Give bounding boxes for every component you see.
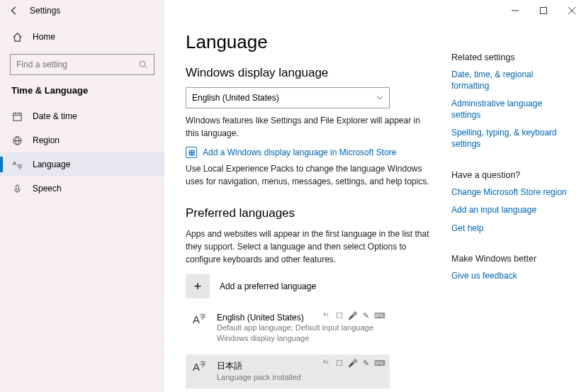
display-icon: ☐ — [334, 359, 344, 368]
calendar-icon — [11, 111, 23, 122]
link-get-help[interactable]: Get help — [451, 223, 573, 235]
lep-desc: Use Local Experience Packs to change the… — [186, 162, 430, 188]
window-controls — [501, 0, 586, 21]
window-title: Settings — [30, 6, 60, 16]
language-icon: A字 — [11, 159, 23, 170]
tts-icon: ᴬ⁾ — [321, 311, 330, 320]
language-glyph-icon: A字 — [193, 360, 210, 372]
keyboard-icon: ⌨ — [375, 311, 384, 320]
sidebar-item-region[interactable]: Region — [0, 128, 164, 152]
sidebar-item-label: Region — [33, 135, 60, 145]
keyboard-icon: ⌨ — [375, 359, 384, 368]
link-date-time-formatting[interactable]: Date, time, & regional formatting — [451, 69, 573, 91]
link-admin-language[interactable]: Administrative language settings — [451, 99, 573, 121]
globe-icon — [11, 135, 23, 146]
store-icon: ⊞ — [186, 147, 197, 158]
sidebar-item-label: Date & time — [33, 111, 77, 121]
close-button[interactable] — [558, 0, 586, 21]
svg-line-3 — [145, 66, 147, 68]
language-sub2: Windows display language — [217, 333, 373, 344]
home-nav[interactable]: Home — [0, 27, 164, 47]
svg-rect-13 — [16, 184, 18, 189]
search-input-container[interactable] — [10, 54, 154, 75]
link-store-region[interactable]: Change Microsoft Store region — [451, 187, 573, 198]
sidebar-item-date-time[interactable]: Date & time — [0, 104, 164, 128]
language-feature-icons: ᴬ⁾ ☐ 🎤 ✎ ⌨ — [321, 359, 384, 368]
sidebar: Home Time & Language Date & time Region … — [0, 21, 164, 392]
add-language-row[interactable]: + Add a preferred language — [186, 274, 430, 298]
language-item-english[interactable]: ᴬ⁾ ☐ 🎤 ✎ ⌨ A字 English (United States) De… — [186, 307, 390, 350]
language-name: 日本語 — [217, 360, 301, 372]
home-label: Home — [33, 32, 55, 42]
sidebar-item-label: Language — [33, 159, 70, 169]
preferred-languages-heading: Preferred languages — [186, 206, 430, 220]
speech-icon: 🎤 — [348, 311, 357, 320]
language-item-japanese[interactable]: ᴬ⁾ ☐ 🎤 ✎ ⌨ A字 日本語 Language pack installe… — [186, 354, 390, 388]
store-link[interactable]: Add a Windows display language in Micros… — [203, 147, 396, 157]
back-button[interactable] — [6, 2, 23, 19]
sidebar-item-speech[interactable]: Speech — [0, 177, 164, 201]
add-language-label: Add a preferred language — [220, 281, 316, 291]
svg-point-2 — [140, 61, 145, 67]
sidebar-item-label: Speech — [33, 184, 62, 194]
right-column: Related settings Date, time, & regional … — [451, 21, 586, 392]
display-icon: ☐ — [334, 311, 344, 320]
preferred-languages-desc: Apps and websites will appear in the fir… — [186, 228, 430, 266]
dropdown-value: English (United States) — [192, 93, 279, 103]
tts-icon: ᴬ⁾ — [321, 359, 330, 368]
handwriting-icon: ✎ — [361, 311, 371, 320]
plus-icon[interactable]: + — [186, 274, 210, 298]
display-language-dropdown[interactable]: English (United States) — [186, 87, 390, 108]
have-question-heading: Have a question? — [451, 170, 573, 180]
microphone-icon — [11, 183, 23, 194]
language-feature-icons: ᴬ⁾ ☐ 🎤 ✎ ⌨ — [321, 311, 384, 320]
page-title: Language — [186, 31, 430, 53]
language-glyph-icon: A字 — [193, 313, 210, 325]
related-settings-heading: Related settings — [451, 52, 573, 62]
sidebar-section-title: Time & Language — [0, 85, 164, 104]
home-icon — [11, 31, 23, 43]
link-spelling-typing[interactable]: Spelling, typing, & keyboard settings — [451, 128, 573, 150]
main-content: Language Windows display language Englis… — [164, 21, 451, 392]
speech-icon: 🎤 — [348, 359, 357, 368]
make-better-heading: Make Windows better — [451, 254, 573, 264]
search-input[interactable] — [16, 60, 138, 69]
display-language-heading: Windows display language — [186, 66, 430, 80]
titlebar: Settings — [0, 0, 586, 21]
maximize-button[interactable] — [529, 0, 558, 21]
store-link-row[interactable]: ⊞ Add a Windows display language in Micr… — [186, 147, 430, 158]
language-sub1: Default app language; Default input lang… — [217, 323, 373, 333]
chevron-down-icon — [376, 94, 383, 101]
minimize-button[interactable] — [501, 0, 529, 21]
link-feedback[interactable]: Give us feedback — [451, 271, 573, 282]
display-language-desc: Windows features like Settings and File … — [186, 114, 430, 140]
svg-text:A: A — [12, 160, 16, 167]
svg-text:字: 字 — [16, 164, 22, 170]
sidebar-item-language[interactable]: A字 Language — [0, 152, 164, 177]
link-add-input-language[interactable]: Add an input language — [451, 205, 573, 216]
handwriting-icon: ✎ — [361, 359, 371, 368]
svg-rect-4 — [13, 113, 21, 120]
search-icon — [138, 60, 148, 69]
svg-rect-1 — [541, 8, 547, 14]
language-sub1: Language pack installed — [217, 372, 301, 383]
